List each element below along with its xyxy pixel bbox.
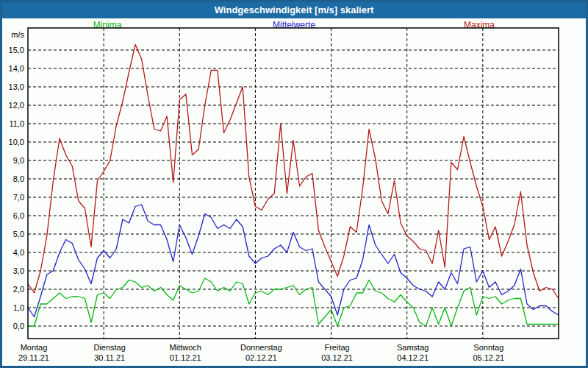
day-date: 02.12.21 <box>217 353 305 363</box>
day-label: Donnerstag02.12.21 <box>217 342 305 363</box>
day-date: 03.12.21 <box>293 353 381 363</box>
mittelwerte-line <box>28 205 559 317</box>
day-label: Freitag03.12.21 <box>293 342 381 363</box>
minima-line <box>28 278 559 326</box>
day-label: Mittwoch01.12.21 <box>141 342 229 363</box>
day-name: Mittwoch <box>141 342 229 353</box>
day-name: Freitag <box>293 342 381 353</box>
day-label: Sonntag05.12.21 <box>445 342 533 363</box>
maxima-line <box>28 45 559 299</box>
day-name: Sonntag <box>445 342 533 353</box>
day-label: Samstag04.12.21 <box>369 342 457 363</box>
chart-window: Windgeschwindigkeit [m/s] skaliert Minim… <box>0 0 588 368</box>
day-name: Donnerstag <box>217 342 305 353</box>
day-date: 01.12.21 <box>141 353 229 363</box>
day-date: 05.12.21 <box>445 353 533 363</box>
plot-frame <box>28 28 559 339</box>
day-date: 30.11.21 <box>65 353 154 363</box>
plot-area <box>2 2 586 366</box>
day-name: Samstag <box>369 342 457 353</box>
day-label: Dienstag30.11.21 <box>65 342 154 363</box>
day-date: 04.12.21 <box>369 353 457 363</box>
day-name: Dienstag <box>65 342 154 353</box>
